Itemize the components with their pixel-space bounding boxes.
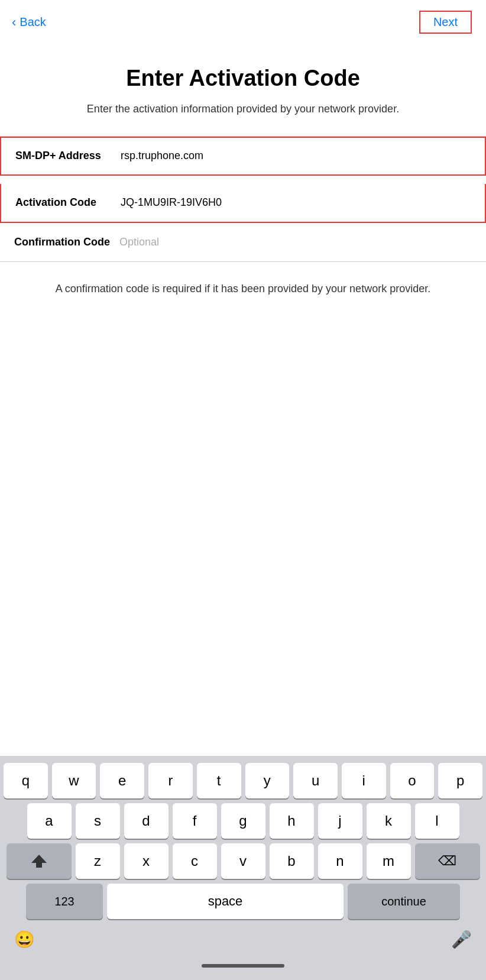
key-w[interactable]: w [52, 763, 96, 798]
continue-key[interactable]: continue [348, 884, 460, 919]
activation-field-row[interactable]: Activation Code [0, 184, 486, 223]
keyboard: q w e r t y u i o p a s d f g h j k l [0, 756, 486, 980]
keyboard-row-3: z x c v b n m ⌫ [4, 843, 482, 879]
key-r[interactable]: r [148, 763, 193, 798]
home-indicator-area [0, 952, 486, 980]
back-button[interactable]: ‹ Back [12, 15, 46, 29]
key-t[interactable]: t [197, 763, 241, 798]
confirmation-note: A confirmation code is required if it ha… [0, 262, 486, 309]
confirmation-field-row[interactable]: Confirmation Code Optional [0, 223, 486, 262]
key-q[interactable]: q [4, 763, 48, 798]
numbers-key[interactable]: 123 [26, 884, 103, 919]
key-k[interactable]: k [367, 803, 411, 839]
key-c[interactable]: c [173, 843, 217, 879]
keyboard-row-2: a s d f g h j k l [4, 803, 482, 839]
key-y[interactable]: y [245, 763, 290, 798]
key-a[interactable]: a [27, 803, 72, 839]
key-h[interactable]: h [270, 803, 314, 839]
key-z[interactable]: z [76, 843, 120, 879]
title-area: Enter Activation Code Enter the activati… [0, 44, 486, 136]
confirmation-placeholder: Optional [119, 236, 159, 248]
emoji-icon[interactable]: 😀 [14, 930, 35, 949]
smdp-field-row[interactable]: SM-DP+ Address [0, 137, 486, 176]
key-v[interactable]: v [221, 843, 265, 879]
emoji-mic-row: 😀 🎤 [0, 926, 486, 952]
page-title: Enter Activation Code [24, 66, 462, 92]
smdp-label: SM-DP+ Address [15, 150, 116, 162]
key-f[interactable]: f [173, 803, 217, 839]
key-d[interactable]: d [124, 803, 169, 839]
keyboard-rows: q w e r t y u i o p a s d f g h j k l [0, 756, 486, 926]
form-section: SM-DP+ Address Activation Code Confirmat… [0, 136, 486, 262]
activation-label: Activation Code [15, 196, 116, 209]
key-o[interactable]: o [390, 763, 435, 798]
key-e[interactable]: e [100, 763, 144, 798]
back-chevron-icon: ‹ [12, 16, 16, 29]
key-l[interactable]: l [415, 803, 459, 839]
delete-icon: ⌫ [438, 853, 456, 869]
shift-key[interactable] [7, 843, 72, 879]
back-label: Back [20, 15, 46, 29]
smdp-input[interactable] [121, 150, 471, 162]
activation-input[interactable] [121, 196, 471, 209]
page-subtitle: Enter the activation information provide… [24, 101, 462, 117]
key-n[interactable]: n [318, 843, 362, 879]
key-p[interactable]: p [438, 763, 482, 798]
key-s[interactable]: s [76, 803, 120, 839]
key-i[interactable]: i [342, 763, 386, 798]
nav-bar: ‹ Back Next [0, 0, 486, 44]
delete-key[interactable]: ⌫ [415, 843, 480, 879]
key-u[interactable]: u [293, 763, 338, 798]
microphone-icon[interactable]: 🎤 [451, 930, 472, 949]
confirmation-label: Confirmation Code [14, 236, 115, 248]
next-button[interactable]: Next [419, 11, 472, 34]
keyboard-bottom-row: 123 space continue [4, 884, 482, 919]
key-j[interactable]: j [318, 803, 362, 839]
key-b[interactable]: b [270, 843, 314, 879]
key-m[interactable]: m [367, 843, 411, 879]
keyboard-row-1: q w e r t y u i o p [4, 763, 482, 798]
space-key[interactable]: space [107, 884, 344, 919]
shift-icon [31, 855, 47, 868]
key-x[interactable]: x [124, 843, 169, 879]
key-g[interactable]: g [221, 803, 265, 839]
home-indicator [202, 964, 284, 968]
